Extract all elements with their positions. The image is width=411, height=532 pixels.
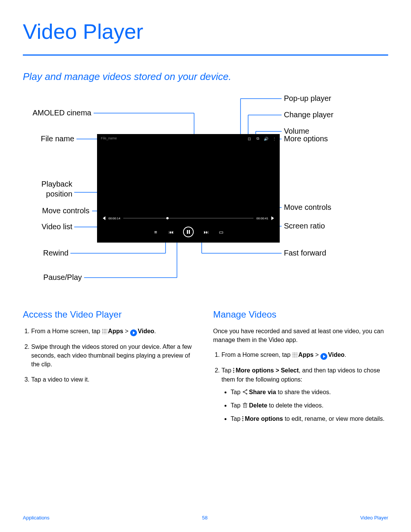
more-options-dots-icon <box>233 367 234 374</box>
time-current: 00:00:14 <box>108 217 120 220</box>
page-footer: Applications 58 Video Player <box>23 515 388 521</box>
time-total: 00:00:41 <box>256 217 268 220</box>
video-app-icon <box>130 329 137 336</box>
callout-screen-ratio: Screen ratio <box>284 222 325 230</box>
manage-step-1: From a Home screen, tap Apps > Video. <box>221 350 388 360</box>
bullet-more: Tap More options to edit, rename, or vie… <box>231 414 388 423</box>
popup-icon: ⊡ <box>247 136 252 141</box>
top-icons-row: ⊡ ⧉ 🔊 ⋮ <box>247 136 277 141</box>
move-right-icon <box>271 216 274 220</box>
callout-move-left: Move controls <box>23 206 89 215</box>
callout-more-options: More options <box>284 134 328 143</box>
callout-change-player: Change player <box>284 110 333 119</box>
video-player-screenshot: File_name ⊡ ⧉ 🔊 ⋮ 00:00:14 00:00:41 ≡ ⏮ … <box>97 134 280 243</box>
manage-intro: Once you have recorded and saved at leas… <box>213 327 388 344</box>
share-icon <box>242 389 248 395</box>
video-list-icon: ≡ <box>153 229 159 235</box>
volume-icon: 🔊 <box>264 136 268 141</box>
svg-rect-29 <box>244 404 247 407</box>
callout-rewind: Rewind <box>23 249 68 257</box>
callout-video-list: Video list <box>23 222 72 231</box>
more-options-dots-icon <box>242 416 244 422</box>
svg-line-27 <box>244 390 247 392</box>
access-step-2: Swipe through the videos stored on your … <box>31 342 198 369</box>
callout-filename: File name <box>23 134 74 143</box>
rewind-icon: ⏮ <box>168 229 174 235</box>
callout-fast-forward: Fast forward <box>284 249 326 257</box>
access-heading: Access the Video Player <box>23 309 198 320</box>
apps-grid-icon <box>102 328 108 334</box>
footer-right: Video Player <box>360 515 388 521</box>
trash-icon <box>242 402 248 408</box>
apps-grid-icon <box>292 351 298 358</box>
access-section: Access the Video Player From a Home scre… <box>23 309 198 429</box>
access-step-3: Tap a video to view it. <box>31 375 198 384</box>
page-subtitle: Play and manage videos stored on your de… <box>23 71 388 83</box>
progress-bar <box>123 218 253 219</box>
video-app-icon <box>320 353 327 360</box>
svg-line-28 <box>244 392 247 394</box>
more-options-icon: ⋮ <box>272 136 277 141</box>
callout-amoled: AMOLED cinema <box>23 109 91 117</box>
player-filename: File_name <box>101 136 117 140</box>
bullet-delete: Tap Delete to delete the videos. <box>231 401 388 410</box>
pause-play-icon <box>183 227 194 237</box>
footer-page: 58 <box>202 515 207 521</box>
callout-move-right: Move controls <box>284 203 331 212</box>
fast-forward-icon: ⏭ <box>203 229 209 235</box>
callout-playback: Playback position <box>23 179 72 199</box>
screen-ratio-icon: ▭ <box>218 229 224 235</box>
change-player-icon: ⧉ <box>255 136 260 141</box>
manage-section: Manage Videos Once you have recorded and… <box>213 309 388 429</box>
callout-pauseplay: Pause/Play <box>23 273 82 282</box>
annotated-diagram: AMOLED cinema File name Playback positio… <box>23 96 388 298</box>
move-left-icon <box>103 216 105 220</box>
bullet-share: Tap Share via to share the videos. <box>231 388 388 396</box>
manage-step-2: Tap More options > Select, and then tap … <box>221 366 388 423</box>
manage-heading: Manage Videos <box>213 309 388 320</box>
access-step-1: From a Home screen, tap Apps > Video. <box>31 327 198 336</box>
footer-left: Applications <box>23 515 49 521</box>
callout-popup: Pop-up player <box>284 94 331 103</box>
page-title: Video Player <box>23 19 388 56</box>
